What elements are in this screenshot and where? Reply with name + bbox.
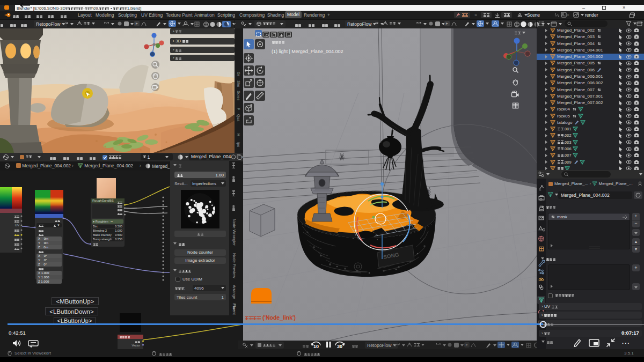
svg-text:10: 10 [313, 344, 319, 349]
svg-text:30: 30 [337, 344, 342, 349]
